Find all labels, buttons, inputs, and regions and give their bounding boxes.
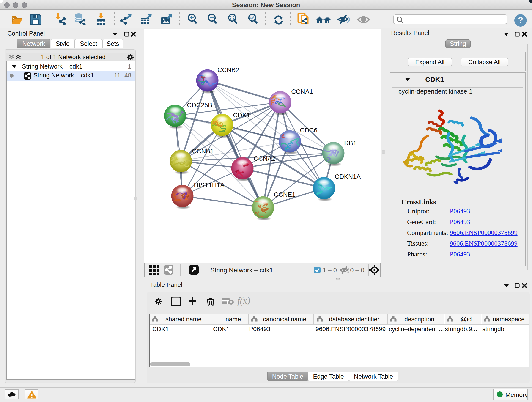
svg-text:RB1: RB1: [344, 140, 356, 147]
svg-text:CCNA1: CCNA1: [291, 88, 313, 95]
svg-text:CDKN1A: CDKN1A: [335, 173, 361, 180]
svg-text:CCNB1: CCNB1: [192, 148, 214, 155]
svg-text:CCNB2: CCNB2: [217, 66, 239, 73]
svg-text:CCNA2: CCNA2: [254, 155, 275, 162]
svg-text:CDK1: CDK1: [233, 112, 250, 119]
svg-text:CCNE1: CCNE1: [274, 191, 296, 198]
svg-text:?: ?: [518, 15, 523, 25]
svg-text:CDC25B: CDC25B: [187, 102, 212, 109]
svg-text:HIST1H1A: HIST1H1A: [194, 182, 225, 189]
svg-text:CDC6: CDC6: [300, 127, 317, 134]
